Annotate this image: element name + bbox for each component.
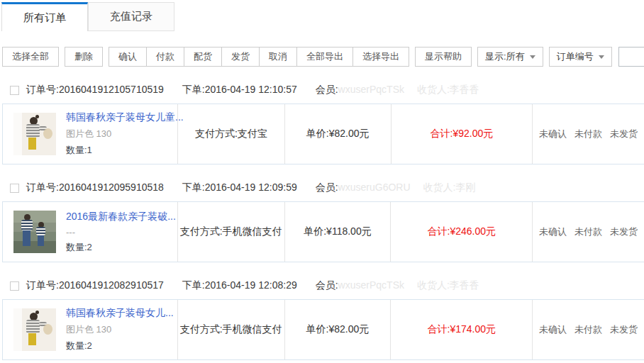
order-placed-time: 下单:2016-04-19 12:08:29 [182, 279, 297, 292]
chevron-down-icon [599, 55, 604, 59]
status-unshipped: 未发货 [610, 225, 638, 238]
status-unpaid: 未付款 [574, 323, 602, 336]
product-quantity: 数量:1 [66, 144, 184, 157]
order-header: 订单号:2016041912082910517 下单:2016-04-19 12… [2, 275, 644, 296]
toolbar-right: 显示:所有 订单编号 [472, 47, 644, 67]
status-cell: 未确认 未付款 未发货 [532, 300, 644, 359]
product-quantity: 数量:2 [66, 340, 174, 352]
order-card: 2016最新春款亲子装破... --- 数量:2 支付方式:手机微信支付 单价:… [2, 201, 644, 262]
unit-price: 单价:¥82.00元 [284, 300, 391, 359]
action-button-group: 确认 付款 配货 发货 取消 全部导出 选择导出 [109, 47, 409, 67]
product-thumbnail[interactable] [13, 308, 56, 351]
status-unpaid: 未付款 [574, 225, 602, 238]
unit-price: 单价:¥82.00元 [284, 104, 391, 164]
product-quantity: 数量:2 [66, 241, 176, 254]
tab-recharge-records[interactable]: 充值记录 [88, 2, 174, 31]
order-search-input[interactable] [618, 47, 644, 67]
unit-price: 单价:¥118.00元 [284, 202, 391, 262]
order-member: 会员:wxuseruG6ORU收货人:李刚 [316, 182, 476, 194]
status-unshipped: 未发货 [610, 323, 638, 336]
product-variant: 图片色 130 [66, 323, 174, 336]
order-receiver: 收货人:李香香 [417, 279, 479, 291]
product-cell: 韩国春秋亲子装母女儿... 图片色 130 数量:2 [3, 300, 177, 359]
show-filter-dropdown[interactable]: 显示:所有 [477, 47, 543, 67]
order-member: 会员:wxuserPqcTSk收货人:李香香 [316, 84, 479, 96]
search-type-dropdown[interactable]: 订单编号 [549, 47, 612, 67]
order-placed-time: 下单:2016-04-19 12:10:57 [182, 84, 297, 96]
order-management-page: 所有订单 充值记录 选择全部 删除 确认 付款 配货 发货 取消 全部导出 选择… [0, 0, 644, 363]
cancel-button[interactable]: 取消 [259, 47, 297, 67]
product-cell: 2016最新春款亲子装破... --- 数量:2 [3, 202, 177, 262]
payment-method: 支付方式:支付宝 [177, 104, 284, 164]
status-unconfirmed: 未确认 [539, 128, 567, 140]
pay-button[interactable]: 付款 [146, 47, 184, 67]
order-card: 韩国春秋亲子装母女儿童... 图片色 130 数量:1 支付方式:支付宝 单价:… [2, 104, 644, 164]
order-receiver: 收货人:李香香 [417, 84, 479, 95]
status-cell: 未确认 未付款 未发货 [532, 202, 644, 262]
tab-bar: 所有订单 充值记录 [1, 2, 174, 31]
show-help-button[interactable]: 显示帮助 [415, 47, 472, 67]
product-name-link[interactable]: 韩国春秋亲子装母女儿... [66, 307, 174, 320]
product-thumbnail[interactable] [13, 113, 56, 155]
order-no: 订单号:2016041912082910517 [26, 279, 164, 292]
order-header: 订单号:2016041912095910518 下单:2016-04-19 12… [2, 177, 644, 199]
order-total: 合计:¥246.00元 [390, 202, 532, 262]
order-total: 合计:¥174.00元 [390, 300, 532, 359]
order-member: 会员:wxuserPqcTSk收货人:李香香 [316, 279, 479, 292]
status-unshipped: 未发货 [610, 128, 638, 140]
export-selected-button[interactable]: 选择导出 [352, 47, 409, 67]
order-total: 合计:¥92.00元 [391, 104, 533, 164]
allocate-button[interactable]: 配货 [184, 47, 222, 67]
product-variant: --- [66, 227, 176, 238]
product-cell: 韩国春秋亲子装母女儿童... 图片色 130 数量:1 [3, 104, 177, 164]
order-header: 订单号:2016041912105710519 下单:2016-04-19 12… [2, 79, 644, 101]
order-checkbox[interactable] [10, 184, 19, 193]
order-no: 订单号:2016041912105710519 [26, 84, 164, 96]
payment-method: 支付方式:手机微信支付 [177, 202, 284, 262]
product-name-link[interactable]: 2016最新春款亲子装破... [66, 211, 176, 223]
payment-method: 支付方式:手机微信支付 [177, 300, 284, 359]
product-thumbnail[interactable] [13, 211, 56, 253]
product-name-link[interactable]: 韩国春秋亲子装母女儿童... [66, 111, 184, 124]
order-no: 订单号:2016041912095910518 [26, 182, 164, 194]
order-checkbox[interactable] [10, 281, 19, 291]
search-type-label: 订单编号 [557, 50, 594, 63]
order-card: 韩国春秋亲子装母女儿... 图片色 130 数量:2 支付方式:手机微信支付 单… [2, 299, 644, 360]
status-unpaid: 未付款 [574, 128, 602, 140]
product-variant: 图片色 130 [66, 128, 184, 140]
order-checkbox[interactable] [10, 86, 19, 95]
select-all-button[interactable]: 选择全部 [2, 47, 59, 67]
confirm-button[interactable]: 确认 [109, 47, 147, 67]
show-filter-label: 显示:所有 [485, 50, 525, 63]
ship-button[interactable]: 发货 [221, 47, 260, 67]
status-unconfirmed: 未确认 [539, 225, 567, 238]
status-cell: 未确认 未付款 未发货 [532, 104, 644, 164]
tab-all-orders[interactable]: 所有订单 [1, 2, 88, 31]
toolbar: 选择全部 删除 确认 付款 配货 发货 取消 全部导出 选择导出 显示帮助 显示… [2, 47, 644, 67]
chevron-down-icon [530, 55, 535, 59]
order-placed-time: 下单:2016-04-19 12:09:59 [182, 182, 297, 194]
delete-button[interactable]: 删除 [65, 47, 103, 67]
export-all-button[interactable]: 全部导出 [296, 47, 353, 67]
status-unconfirmed: 未确认 [539, 323, 567, 336]
order-receiver: 收货人:李刚 [423, 182, 476, 193]
